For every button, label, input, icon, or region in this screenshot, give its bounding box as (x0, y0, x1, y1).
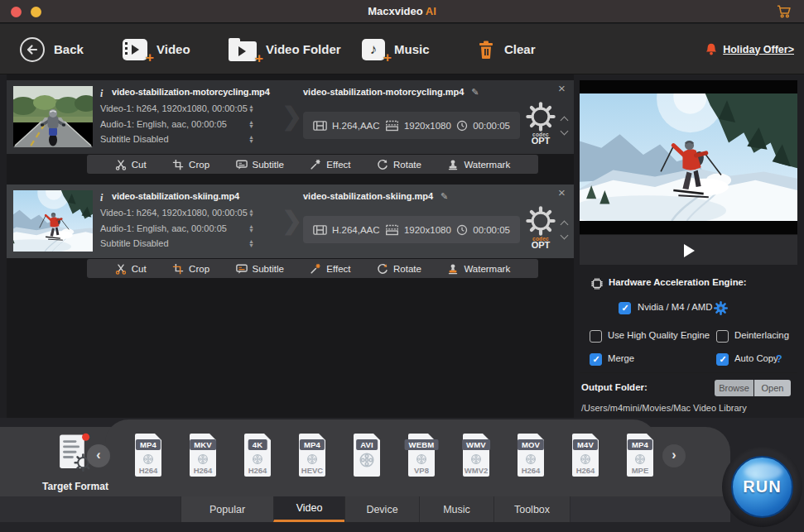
format-m4v-h264[interactable]: M4VH264 (569, 434, 602, 478)
rename-icon[interactable]: ✎ (441, 191, 448, 201)
auto-copy-label: Auto Copy (734, 353, 778, 363)
reorder-control[interactable] (561, 117, 567, 134)
output-stats: H.264,AAC 1920x1080 00:00:05 (303, 216, 520, 243)
deinterlacing-checkbox[interactable] (716, 330, 729, 343)
file-entry-motorcycling[interactable]: i video-stabilization-motorcycling.mp4 V… (7, 80, 574, 154)
format-mp4-mpeg[interactable]: MP4MPE (623, 434, 656, 478)
browse-button[interactable]: Browse (715, 380, 753, 396)
video-track-info: Video-1: h264, 1920x1080, 00:00:05 (100, 103, 248, 113)
rotate-button[interactable]: Rotate (377, 159, 421, 170)
scissors-icon (115, 159, 127, 170)
subtitle-track-selector[interactable]: ▲▼ (248, 239, 254, 247)
effect-button[interactable]: Effect (310, 263, 350, 275)
file-entry-skiing[interactable]: i video-stabilization-skiing.mp4 Video-1… (7, 185, 574, 258)
format-mov-h264[interactable]: MOVH264 (514, 434, 547, 478)
format-webm-vp8[interactable]: WEBMVP8 (405, 434, 438, 478)
chip-icon (590, 277, 604, 290)
subtitle-button[interactable]: Subtitle (236, 263, 284, 275)
codec-gear-icon (526, 102, 556, 132)
cart-icon[interactable] (777, 4, 792, 22)
rotate-button[interactable]: Rotate (377, 263, 421, 275)
chevron-right-icon: ❯ (282, 206, 302, 235)
video-track-selector[interactable]: ▲▼ (248, 104, 254, 113)
clock-icon (456, 224, 468, 236)
cut-button[interactable]: Cut (115, 263, 147, 275)
output-filename: video-stabilization-motorcycling.mp4✎ (303, 87, 479, 98)
duration-stat: 00:00:05 (456, 120, 510, 132)
codec-options-button[interactable]: codec OPT (521, 102, 561, 146)
reorder-control[interactable] (561, 222, 567, 238)
rename-icon[interactable]: ✎ (471, 87, 479, 97)
add-video-button[interactable]: + Video (123, 24, 190, 74)
gpu-checkbox[interactable] (619, 302, 631, 314)
watermark-button[interactable]: Watermark (447, 263, 510, 275)
magic-wand-icon (310, 263, 321, 275)
clock-icon (456, 120, 468, 132)
subtitle-track-info: Subtitle Disabled (100, 134, 169, 144)
scroll-right-button[interactable]: › (662, 444, 686, 467)
edit-toolbar: Cut Crop Subtitle Effect Rotate Watermar… (87, 259, 538, 278)
audio-track-selector[interactable]: ▲▼ (248, 224, 254, 232)
tab-music[interactable]: Music (419, 496, 493, 522)
add-video-icon: + (123, 39, 147, 60)
scroll-left-button[interactable]: ‹ (87, 444, 110, 467)
magic-wand-icon (310, 159, 321, 170)
subtitle-icon (236, 263, 248, 275)
stamp-icon (447, 159, 459, 170)
run-button[interactable]: RUN (722, 447, 802, 527)
target-format-button[interactable]: Target Format (20, 431, 131, 492)
info-icon[interactable]: i (100, 88, 103, 100)
video-thumbnail (13, 86, 93, 147)
output-folder-section: Output Folder: Browse Open /Users/m4mini… (580, 372, 797, 418)
tab-video[interactable]: Video (273, 496, 344, 522)
format-avi[interactable]: AVI (350, 434, 383, 478)
codec-options-button[interactable]: codec OPT (521, 206, 561, 250)
resolution-stat: 1920x1080 (385, 224, 451, 236)
gpu-settings-gear-icon[interactable] (714, 301, 728, 315)
help-icon[interactable]: ? (776, 353, 782, 365)
holiday-offer-link[interactable]: Holiday Offer> (705, 24, 794, 74)
back-icon (20, 37, 45, 62)
crop-icon (172, 263, 184, 275)
crop-button[interactable]: Crop (172, 263, 209, 275)
clear-button[interactable]: Clear (477, 24, 536, 74)
cut-button[interactable]: Cut (115, 159, 147, 170)
open-button[interactable]: Open (754, 380, 791, 396)
video-track-selector[interactable]: ▲▼ (248, 208, 254, 217)
remove-file-icon[interactable]: × (558, 83, 566, 94)
tab-toolbox[interactable]: Toolbox (493, 496, 570, 522)
add-video-folder-icon: + (229, 41, 257, 61)
add-music-button[interactable]: ♪+ Music (362, 24, 430, 74)
play-button[interactable] (684, 244, 695, 257)
tab-device[interactable]: Device (344, 496, 419, 522)
rotate-icon (377, 159, 388, 170)
info-icon[interactable]: i (100, 192, 103, 204)
film-icon (313, 224, 327, 236)
auto-copy-checkbox[interactable] (716, 353, 729, 366)
back-button[interactable]: Back (20, 24, 84, 74)
format-mkv-h264[interactable]: MKVH264 (186, 434, 219, 478)
remove-file-icon[interactable]: × (558, 187, 566, 199)
subtitle-track-selector[interactable]: ▲▼ (248, 135, 254, 143)
source-filename: video-stabilization-motorcycling.mp4 (112, 87, 270, 97)
format-mp4-h264[interactable]: MP4H264 (132, 434, 165, 478)
playback-bar (580, 234, 797, 265)
audio-track-selector[interactable]: ▲▼ (248, 120, 254, 128)
crop-button[interactable]: Crop (172, 159, 209, 170)
codec-stat: H.264,AAC (313, 120, 380, 132)
merge-checkbox[interactable] (590, 353, 602, 366)
target-format-label: Target Format (20, 481, 131, 492)
audio-track-info: Audio-1: English, aac, 00:00:05 (100, 223, 227, 233)
format-mp4-hevc[interactable]: MP4HEVC (296, 434, 329, 478)
high-quality-checkbox[interactable] (590, 330, 602, 343)
watermark-button[interactable]: Watermark (447, 159, 510, 170)
subtitle-button[interactable]: Subtitle (236, 159, 284, 170)
film-icon (313, 120, 327, 132)
effect-button[interactable]: Effect (310, 159, 350, 170)
add-video-folder-button[interactable]: + Video Folder (229, 24, 341, 74)
format-wmv-wmv2[interactable]: WMVWMV2 (460, 434, 493, 478)
tab-popular[interactable]: Popular (181, 496, 273, 522)
output-folder-label: Output Folder: (581, 382, 648, 392)
format-4k-h264[interactable]: 4KH264 (241, 434, 274, 478)
video-preview[interactable] (580, 80, 797, 234)
